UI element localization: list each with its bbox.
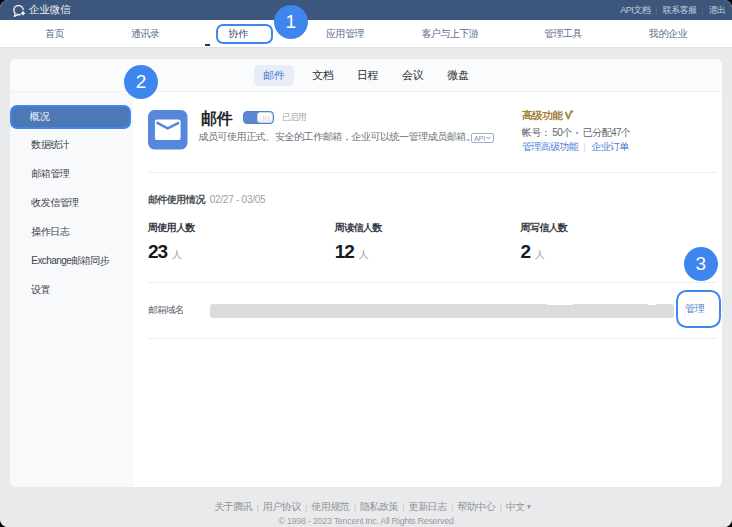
topbar-links: API文档 | 联系客服 | 退出 <box>620 0 725 20</box>
wecom-admin-screen: 企业微信 API文档 | 联系客服 | 退出 首页 通讯录 协作 应用管理 客户… <box>0 0 732 527</box>
caret-down-icon: ▼ <box>526 500 532 513</box>
footer-copyright: © 1998 - 2023 Tencent Inc. All Rights Re… <box>0 515 732 527</box>
nav-item-home[interactable]: 首页 <box>45 20 64 47</box>
domain-value-redacted <box>210 304 674 319</box>
premium-title-row: 高级功能 <box>522 109 574 121</box>
wecom-logo-icon <box>12 4 27 18</box>
tab-mail[interactable]: 邮件 <box>254 65 294 86</box>
topbar-separator: | <box>655 6 657 14</box>
footer: 关于腾讯|用户协议|使用规范|隐私政策|更新日志|帮助中心|中文▼ © 1998… <box>0 487 732 527</box>
mail-enabled-toggle[interactable] <box>243 111 275 124</box>
annotation-box-manage <box>676 290 722 328</box>
mail-app-icon <box>148 110 188 150</box>
nav-item-customers[interactable]: 客户与上下游 <box>422 20 479 47</box>
mail-description: 成员可使用正式、安全的工作邮箱，企业可以统一管理成员邮箱。 <box>199 131 476 142</box>
nav-item-contacts[interactable]: 通讯录 <box>131 20 160 47</box>
footer-separator: | <box>403 503 404 512</box>
footer-link-terms[interactable]: 用户协议 <box>263 501 301 512</box>
chevron-down-icon <box>486 136 491 140</box>
footer-link-privacy[interactable]: 隐私政策 <box>360 501 398 512</box>
mail-status-text: 已启用 <box>282 111 306 124</box>
stat-unit: 人 <box>172 249 182 260</box>
premium-account-row: 帐号：50个·已分配47个 <box>522 127 630 139</box>
topbar-link-logout[interactable]: 退出 <box>709 4 726 17</box>
stat-unit: 人 <box>359 249 369 260</box>
usage-title: 邮件使用情况 <box>148 193 205 207</box>
mail-panel: 邮件 文档 日程 会议 微盘 概况 数据统计 邮箱管理 收发信管理 操作日志 E… <box>10 59 722 487</box>
nav-item-apps[interactable]: 应用管理 <box>326 20 364 47</box>
mail-title: 邮件 <box>201 110 232 127</box>
topbar-separator: | <box>701 6 703 14</box>
redaction-gap <box>547 304 573 305</box>
sidebar-item-settings[interactable]: 设置 <box>31 283 50 297</box>
annotation-box-collaboration <box>216 24 273 44</box>
divider <box>148 338 717 339</box>
stat-unit: 人 <box>535 249 545 260</box>
tab-calendar[interactable]: 日程 <box>347 65 387 86</box>
knob-groove <box>265 116 266 122</box>
stat-weekly-writers: 周写信人数 2人 <box>521 221 568 234</box>
sparkle-icon <box>565 110 574 120</box>
brand[interactable]: 企业微信 <box>12 0 71 20</box>
assigned-value: 已分配47个 <box>583 127 631 139</box>
footer-link-changelog[interactable]: 更新日志 <box>409 501 447 512</box>
tab-drive[interactable]: 微盘 <box>438 65 478 86</box>
stat-weekly-readers: 周读信人数 12人 <box>335 221 382 234</box>
usage-title-row: 邮件使用情况 02/27 - 03/05 <box>148 193 265 206</box>
domain-label: 邮箱域名 <box>149 304 184 316</box>
footer-link-rules[interactable]: 使用规范 <box>312 501 350 512</box>
annotation-step-1: 1 <box>274 5 309 40</box>
primary-nav: 首页 通讯录 协作 应用管理 客户与上下游 管理工具 我的企业 <box>0 20 732 47</box>
redaction-gap <box>648 304 656 305</box>
api-badge-label: API <box>474 135 485 142</box>
footer-separator: | <box>500 503 501 512</box>
sidebar-item-overview[interactable]: 概况 <box>10 105 131 129</box>
manage-premium-link[interactable]: 管理高级功能 <box>522 141 578 153</box>
sidebar-item-exchange[interactable]: Exchange邮箱同步 <box>31 254 109 268</box>
divider <box>148 172 717 173</box>
knob-groove <box>268 116 269 122</box>
sidebar-item-sendreceive[interactable]: 收发信管理 <box>31 196 78 210</box>
toggle-knob <box>257 112 274 123</box>
nav-item-company[interactable]: 我的企业 <box>649 20 687 47</box>
footer-links: 关于腾讯|用户协议|使用规范|隐私政策|更新日志|帮助中心|中文▼ <box>0 500 732 514</box>
footer-link-about[interactable]: 关于腾讯 <box>214 501 252 512</box>
footer-separator: | <box>451 503 452 512</box>
sidebar-item-statistics[interactable]: 数据统计 <box>31 138 69 152</box>
stat-value: 12 <box>335 241 354 262</box>
topbar: 企业微信 API文档 | 联系客服 | 退出 <box>0 0 732 20</box>
content: 邮件 已启用 成员可使用正式、安全的工作邮箱，企业可以统一管理成员邮箱。 API… <box>133 92 722 487</box>
premium-links-row: 管理高级功能 | 企业订单 <box>522 141 628 153</box>
topbar-link-support[interactable]: 联系客服 <box>662 4 696 17</box>
knob-groove <box>263 116 264 122</box>
sidebar: 概况 数据统计 邮箱管理 收发信管理 操作日志 Exchange邮箱同步 设置 <box>10 92 133 487</box>
stat-value: 23 <box>148 241 167 262</box>
enterprise-order-link[interactable]: 企业订单 <box>591 141 628 153</box>
dot-separator: · <box>575 128 579 138</box>
annotation-step-3: 3 <box>684 247 719 282</box>
footer-separator: | <box>305 503 306 512</box>
footer-lang-label: 中文 <box>506 501 525 512</box>
account-label: 帐号： <box>522 127 550 139</box>
account-value: 50个 <box>552 127 571 139</box>
stat-value: 2 <box>521 241 530 262</box>
sidebar-item-label: 概况 <box>30 110 49 124</box>
tab-docs[interactable]: 文档 <box>303 65 343 86</box>
usage-period: 02/27 - 03/05 <box>210 194 266 205</box>
footer-link-help[interactable]: 帮助中心 <box>457 501 495 512</box>
footer-lang-selector[interactable]: 中文▼ <box>506 501 532 512</box>
stat-label: 周读信人数 <box>335 221 382 234</box>
sidebar-item-mailbox[interactable]: 邮箱管理 <box>31 167 69 181</box>
topbar-link-api-docs[interactable]: API文档 <box>620 4 650 17</box>
footer-separator: | <box>257 503 258 512</box>
tab-meeting[interactable]: 会议 <box>392 65 432 86</box>
stat-weekly-users: 周使用人数 23人 <box>148 221 195 234</box>
sidebar-item-logs[interactable]: 操作日志 <box>31 225 69 239</box>
active-nav-underline <box>205 44 211 46</box>
api-badge[interactable]: API <box>471 133 493 143</box>
brand-name: 企业微信 <box>29 3 70 17</box>
stat-label: 周写信人数 <box>521 221 568 234</box>
link-separator: | <box>583 141 585 153</box>
stat-label: 周使用人数 <box>148 221 195 234</box>
nav-item-tools[interactable]: 管理工具 <box>544 20 582 47</box>
